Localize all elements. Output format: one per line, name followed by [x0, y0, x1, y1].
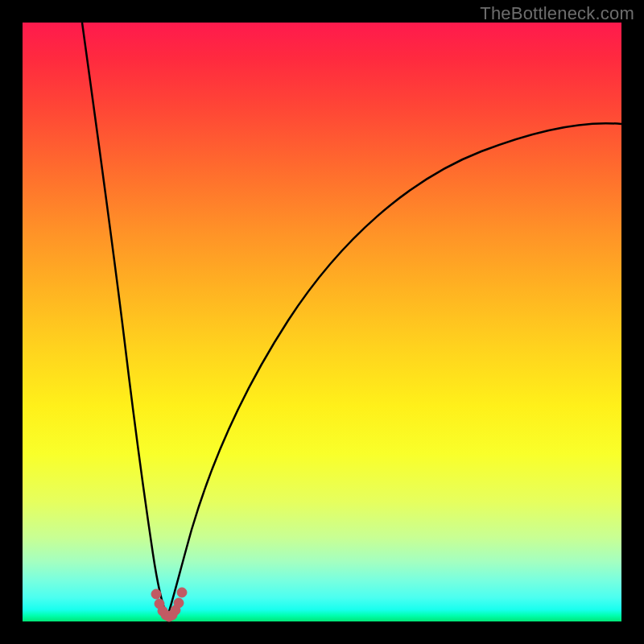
marker-dot [174, 598, 184, 608]
bottleneck-curve-right [167, 123, 621, 617]
watermark-text: TheBottleneck.com [480, 3, 634, 24]
marker-dot [151, 589, 161, 599]
chart-svg [23, 23, 621, 621]
marker-dot [177, 588, 187, 597]
outer-frame: TheBottleneck.com [0, 0, 644, 644]
bottleneck-marker-group [151, 588, 187, 621]
bottleneck-curve-left [82, 23, 167, 617]
